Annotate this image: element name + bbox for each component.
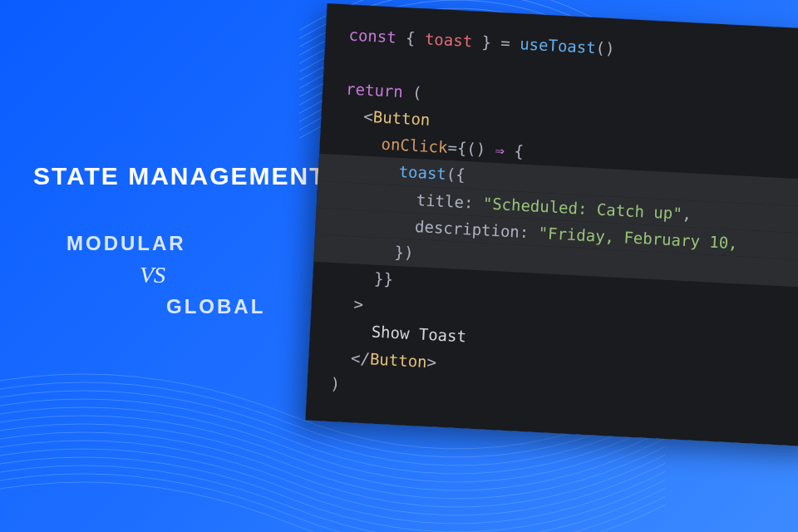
jsx-button-tag: Button <box>372 107 431 129</box>
headline-block: STATE MANAGEMENT MODULAR VS GLOBAL <box>33 162 327 318</box>
fn-usetoast: useToast <box>520 34 597 57</box>
var-toast: toast <box>424 29 472 50</box>
global-label: GLOBAL <box>166 295 327 318</box>
code-editor-panel: const { toast } = useToast() return ( <B… <box>305 3 798 447</box>
keyword-return: return <box>346 79 404 101</box>
keyword-const: const <box>348 26 397 47</box>
main-heading: STATE MANAGEMENT <box>33 162 327 190</box>
attr-onclick: onClick <box>381 135 448 156</box>
fn-toast-call: toast <box>398 162 446 183</box>
code-block: const { toast } = useToast() return ( <B… <box>305 3 798 447</box>
button-text-showtoast: Show Toast <box>371 323 466 346</box>
vs-label: VS <box>140 262 327 288</box>
modular-label: MODULAR <box>66 232 327 255</box>
